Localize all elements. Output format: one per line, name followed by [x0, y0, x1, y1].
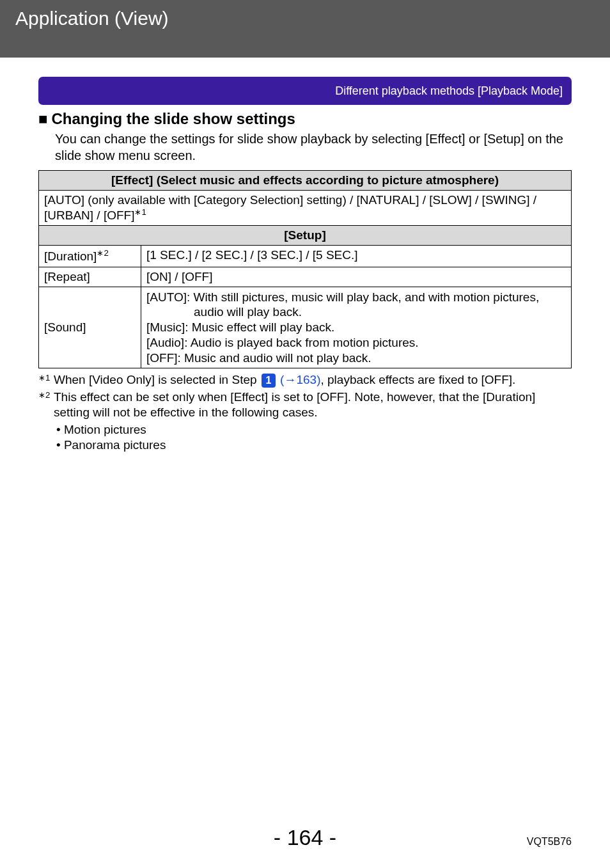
table-row: [Setup] [39, 226, 572, 246]
footnotes: ∗1 When [Video Only] is selected in Step… [38, 372, 572, 453]
section-heading-wrap: ■ Changing the slide show settings [38, 110, 572, 128]
footnote-bullets: Motion pictures Panorama pictures [56, 422, 572, 454]
duration-label-cell: [Duration]∗2 [39, 246, 141, 267]
page-number-prefix: - [274, 825, 287, 849]
footnote-1-marker: ∗1 [38, 372, 54, 390]
sound-auto-line2: audio will play back. [146, 304, 566, 320]
sound-audio-line: [Audio]: Audio is played back from motio… [146, 335, 566, 351]
footnote-2: ∗2 This effect can be set only when [Eff… [38, 390, 572, 421]
document-code: VQT5B76 [527, 836, 572, 848]
header-band: Application (View) [0, 0, 610, 58]
settings-table: [Effect] (Select music and effects accor… [38, 170, 572, 368]
duration-label-text: [Duration] [44, 250, 97, 264]
footnote-2-marker: ∗2 [38, 390, 54, 421]
setup-header-cell: [Setup] [39, 226, 572, 246]
table-row: [Effect] (Select music and effects accor… [39, 171, 572, 191]
table-row: [AUTO] (only available with [Category Se… [39, 191, 572, 226]
sound-value-cell: [AUTO]: With still pictures, music will … [141, 287, 572, 368]
duration-value-cell: [1 SEC.] / [2 SEC.] / [3 SEC.] / [5 SEC.… [141, 246, 572, 267]
repeat-label-cell: [Repeat] [39, 267, 141, 287]
intro-paragraph: You can change the settings for slide sh… [55, 130, 572, 164]
page-number-suffix: - [323, 825, 336, 849]
page-number-value: 164 [287, 825, 324, 849]
sound-music-line: [Music]: Music effect will play back. [146, 320, 566, 335]
effect-options-cell: [AUTO] (only available with [Category Se… [39, 191, 572, 226]
duration-label-sup: ∗2 [97, 248, 108, 258]
effect-header-cell: [Effect] (Select music and effects accor… [39, 171, 572, 191]
bullet-motion-pictures: Motion pictures [56, 422, 572, 438]
table-row: [Repeat] [ON] / [OFF] [39, 267, 572, 287]
effect-options-sup: ∗1 [134, 207, 146, 217]
page-number: - 164 - [0, 825, 610, 850]
effect-options-text: [AUTO] (only available with [Category Se… [44, 193, 536, 222]
table-row: [Sound] [AUTO]: With still pictures, mus… [39, 287, 572, 368]
footnote-1-post: , playback effects are fixed to [OFF]. [320, 373, 515, 386]
footnote-1-pre: When [Video Only] is selected in Step [54, 373, 260, 386]
table-row: [Duration]∗2 [1 SEC.] / [2 SEC.] / [3 SE… [39, 246, 572, 267]
sound-label-cell: [Sound] [39, 287, 141, 368]
section-bullet: ■ [38, 110, 48, 128]
section-heading: ■ Changing the slide show settings [38, 110, 572, 128]
section-heading-text: Changing the slide show settings [52, 110, 295, 128]
sound-off-line: [OFF]: Music and audio will not play bac… [146, 351, 566, 366]
header-title: Application (View) [15, 8, 169, 29]
section-banner-text: Different playback methods [Playback Mod… [335, 84, 563, 98]
step-badge-icon: 1 [262, 374, 276, 388]
footnote-1-body: When [Video Only] is selected in Step 1 … [54, 372, 572, 390]
footnote-2-body: This effect can be set only when [Effect… [54, 390, 572, 421]
footnote-1-link[interactable]: (→163) [280, 373, 320, 386]
section-banner: Different playback methods [Playback Mod… [38, 77, 572, 105]
footnote-1: ∗1 When [Video Only] is selected in Step… [38, 372, 572, 390]
repeat-value-cell: [ON] / [OFF] [141, 267, 572, 287]
sound-auto-line1: [AUTO]: With still pictures, music will … [146, 290, 566, 305]
bullet-panorama-pictures: Panorama pictures [56, 438, 572, 453]
